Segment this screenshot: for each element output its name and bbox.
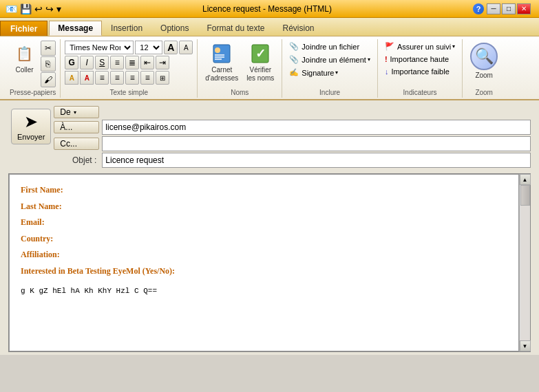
- maximize-button[interactable]: □: [502, 3, 516, 14]
- texte-content: Times New Ror 12 A A G I S ≡ ≣: [65, 41, 193, 87]
- tab-message[interactable]: Message: [49, 21, 102, 36]
- font-toolbar: Times New Ror 12 A A G I S ≡ ≣: [65, 41, 193, 85]
- font-size-select[interactable]: 12: [135, 41, 162, 54]
- email-body[interactable]: First Name: Last Name: Email: Country: A…: [9, 174, 519, 351]
- message-area: ➤ Envoyer De ▾ À...: [0, 100, 539, 355]
- verifier-button[interactable]: ✓ Vérifierles noms: [243, 41, 277, 85]
- save-icon[interactable]: 💾: [20, 3, 32, 14]
- noms-content: Carnetd'adresses ✓ Vérifierles noms: [202, 41, 277, 87]
- redo-icon[interactable]: ↪: [45, 3, 54, 14]
- bullets-button[interactable]: ≡: [110, 56, 124, 69]
- signature-arrow: ▾: [335, 69, 338, 76]
- last-name-label: Last Name:: [21, 199, 507, 215]
- inclure-label: Inclure: [319, 89, 340, 96]
- cc-button[interactable]: Cc...: [54, 138, 99, 150]
- zoom-group-label: Zoom: [475, 89, 493, 96]
- outdent-button[interactable]: ⇤: [140, 56, 154, 69]
- tab-options[interactable]: Options: [151, 21, 198, 36]
- highlight-color-button[interactable]: A: [65, 71, 78, 85]
- envoyer-button[interactable]: ➤ Envoyer: [11, 109, 51, 144]
- verifier-label: Vérifierles noms: [246, 66, 274, 83]
- font-row-1: Times New Ror 12 A A: [65, 41, 193, 54]
- coller-icon: 📋: [14, 43, 36, 65]
- cc-input[interactable]: [102, 136, 531, 151]
- inclure-content: 📎 Joindre un fichier 📎 Joindre un élémen…: [286, 41, 373, 87]
- align-center-button[interactable]: ≡: [110, 71, 124, 85]
- suivi-button[interactable]: 🚩 Assurer un suivi ▾: [382, 41, 458, 52]
- justify-button[interactable]: ≡: [140, 71, 154, 85]
- to-input[interactable]: [102, 120, 531, 135]
- beta-testing-label: Interested in Beta Testing EyeMol (Yes/N…: [21, 264, 507, 279]
- first-name-label: First Name:: [21, 183, 507, 198]
- align-right-button[interactable]: ≡: [125, 71, 139, 85]
- ribbon-content: 📋 Coller ✂ ⎘ 🖌 Presse-papiers Times New …: [0, 36, 539, 99]
- ribbon: Fichier Message Insertion Options Format…: [0, 18, 539, 100]
- to-row: À...: [54, 120, 531, 135]
- more-formatting-button[interactable]: ⊞: [156, 71, 169, 85]
- fields-area: De ▾ À... Cc...: [54, 106, 531, 171]
- joindre-element-arrow: ▾: [368, 56, 370, 63]
- font-color-button[interactable]: A: [80, 71, 94, 85]
- carnet-button[interactable]: Carnetd'adresses: [202, 41, 242, 85]
- email-label: Email:: [21, 215, 507, 230]
- suivi-arrow: ▾: [452, 43, 455, 50]
- de-arrow: ▾: [74, 109, 76, 116]
- group-noms: Carnetd'adresses ✓ Vérifierles noms Noms: [198, 39, 282, 98]
- importance-haute-icon: !: [385, 55, 388, 63]
- to-button[interactable]: À...: [54, 121, 99, 133]
- group-zoom: 🔍 Zoom Zoom: [463, 39, 505, 98]
- tab-revision[interactable]: Révision: [274, 21, 324, 36]
- scroll-track[interactable]: [520, 185, 530, 340]
- joindre-element-button[interactable]: 📎 Joindre un élément ▾: [286, 54, 373, 65]
- de-button[interactable]: De ▾: [54, 106, 99, 118]
- bold-button[interactable]: G: [65, 56, 78, 69]
- zoom-button[interactable]: 🔍 Zoom: [467, 41, 501, 81]
- app-icon: 📧: [6, 3, 17, 14]
- to-label-container: À...: [54, 121, 102, 133]
- body-scrollbar: ▲ ▼: [519, 174, 530, 351]
- align-left-button[interactable]: ≡: [95, 71, 109, 85]
- scroll-down-button[interactable]: ▼: [520, 340, 531, 351]
- indent-button[interactable]: ⇥: [156, 56, 169, 69]
- copy-button[interactable]: ⎘: [41, 56, 56, 72]
- inclure-buttons: 📎 Joindre un fichier 📎 Joindre un élémen…: [286, 41, 373, 78]
- cc-label-container: Cc...: [54, 138, 102, 150]
- email-body-container: First Name: Last Name: Email: Country: A…: [8, 173, 531, 352]
- clipboard-sub-buttons: ✂ ⎘ 🖌: [41, 41, 56, 87]
- cut-button[interactable]: ✂: [41, 41, 56, 56]
- quick-access-dropdown[interactable]: ▾: [56, 3, 61, 14]
- importance-faible-button[interactable]: ↓ Importance faible: [382, 66, 458, 77]
- scroll-thumb[interactable]: [520, 185, 530, 206]
- zoom-icon: 🔍: [470, 43, 498, 70]
- decrease-font-button[interactable]: A: [179, 41, 193, 54]
- minimize-button[interactable]: ─: [487, 3, 500, 14]
- zoom-label: Zoom: [475, 72, 493, 79]
- font-family-select[interactable]: Times New Ror: [65, 41, 134, 54]
- tab-insertion[interactable]: Insertion: [102, 21, 151, 36]
- quick-access-toolbar: 💾 ↩ ↪ ▾: [20, 3, 61, 14]
- flag-icon: 🚩: [385, 42, 394, 51]
- de-label-container: De ▾: [54, 106, 102, 118]
- presse-content: 📋 Coller ✂ ⎘ 🖌: [10, 41, 56, 87]
- tab-fichier[interactable]: Fichier: [0, 21, 47, 36]
- increase-font-button[interactable]: A: [164, 41, 178, 54]
- tab-format[interactable]: Format du texte: [198, 21, 273, 36]
- numbering-button[interactable]: ≣: [125, 56, 139, 69]
- close-button[interactable]: ✕: [517, 3, 531, 14]
- help-button[interactable]: ?: [473, 3, 484, 14]
- scroll-up-button[interactable]: ▲: [520, 174, 531, 185]
- svg-rect-1: [215, 47, 220, 53]
- subject-input[interactable]: [102, 153, 531, 168]
- coller-button[interactable]: 📋 Coller: [10, 41, 39, 76]
- affiliation-label: Affiliation:: [21, 248, 507, 263]
- undo-icon[interactable]: ↩: [34, 3, 43, 14]
- cc-row: Cc...: [54, 136, 531, 151]
- italic-button[interactable]: I: [80, 56, 94, 69]
- signature-button[interactable]: ✍ Signature ▾: [286, 67, 373, 78]
- svg-text:✓: ✓: [255, 47, 266, 61]
- joindre-fichier-button[interactable]: 📎 Joindre un fichier: [286, 41, 373, 52]
- underline-button[interactable]: S: [95, 56, 109, 69]
- format-painter-button[interactable]: 🖌: [41, 72, 56, 87]
- importance-haute-button[interactable]: ! Importance haute: [382, 54, 458, 65]
- noms-label: Noms: [231, 89, 249, 96]
